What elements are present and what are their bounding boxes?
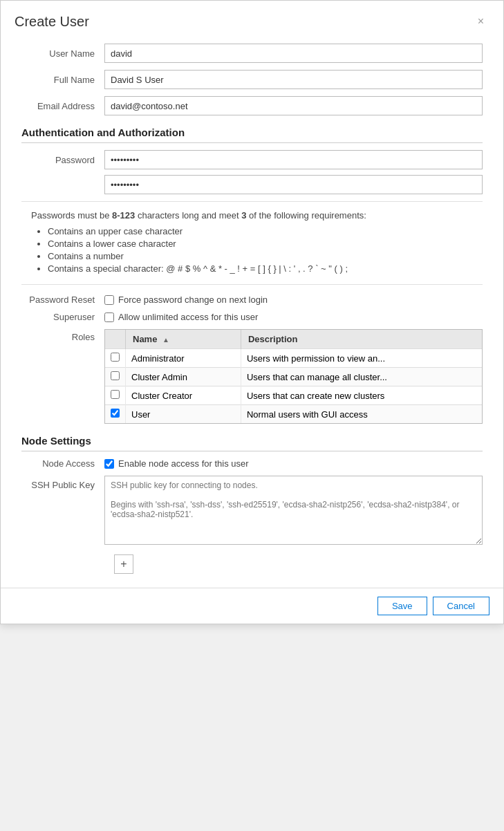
email-row: Email Address [21,96,483,115]
role-desc: Users that can create new clusters [241,386,482,405]
add-icon: + [120,558,127,570]
table-row: Cluster Creator Users that can create ne… [105,386,482,405]
role-checkbox-cell [105,386,126,405]
cancel-button[interactable]: Cancel [433,597,489,615]
role-checkbox-3[interactable] [111,409,120,418]
fullname-row: Full Name [21,70,483,89]
role-checkbox-1[interactable] [111,371,120,380]
req-item-special: Contains a special character: @ # $ % ^ … [48,263,473,274]
role-checkbox-cell [105,349,126,368]
sort-arrow-icon: ▲ [162,336,169,344]
password-reset-checkbox[interactable] [104,295,114,305]
password-row: Password [21,150,483,169]
ssh-key-label: SSH Public Key [21,476,104,490]
req-count: 3 [241,210,246,221]
req-length: 8-123 [112,210,135,221]
table-row: Administrator Users with permission to v… [105,349,482,368]
email-label: Email Address [21,101,104,111]
roles-tbody: Administrator Users with permission to v… [105,349,482,424]
dialog-body: User Name Full Name Email Address Authen… [1,37,503,588]
node-access-field: Enable node access for this user [104,458,249,469]
username-row: User Name [21,44,483,63]
requirements-text: Passwords must be 8-123 characters long … [31,210,473,221]
role-checkbox-cell [105,405,126,424]
email-input[interactable] [104,96,483,115]
password-reset-row: Password Reset Force password change on … [21,295,483,305]
node-access-row: Node Access Enable node access for this … [21,458,483,469]
close-button[interactable]: × [472,13,489,30]
password-input[interactable] [104,150,483,169]
password-reset-label: Password Reset [21,295,104,305]
role-name: Cluster Creator [126,386,241,405]
req-item-lowercase: Contains a lower case character [48,239,473,249]
dialog-title: Create User [15,14,89,30]
role-checkbox-0[interactable] [111,353,120,362]
role-name: Administrator [126,349,241,368]
role-desc: Users that can manage all cluster... [241,368,482,386]
auth-section-title: Authentication and Authorization [21,127,483,138]
username-input[interactable] [104,44,483,63]
save-button[interactable]: Save [377,597,427,615]
fullname-input[interactable] [104,70,483,89]
password-label: Password [21,155,104,165]
node-section-title: Node Settings [21,435,483,447]
dialog-header: Create User × [1,1,503,37]
password-reset-field: Force password change on next login [104,295,268,305]
roles-row: Roles Name ▲ Description [21,329,483,424]
role-desc: Users with permission to view an... [241,349,482,368]
table-row: Cluster Admin Users that can manage all … [105,368,482,386]
node-access-text: Enable node access for this user [118,458,249,469]
password-requirements: Passwords must be 8-123 characters long … [21,201,483,285]
superuser-field: Allow unlimited access for this user [104,312,258,322]
role-checkbox-cell [105,368,126,386]
ssh-key-input[interactable] [104,476,483,545]
superuser-row: Superuser Allow unlimited access for thi… [21,312,483,322]
roles-header-row: Name ▲ Description [105,330,482,349]
password-confirm-row [21,175,483,194]
role-name: User [126,405,241,424]
roles-col-name[interactable]: Name ▲ [126,330,241,349]
ssh-key-row: SSH Public Key [21,476,483,545]
requirements-list: Contains an upper case character Contain… [31,226,473,274]
superuser-label: Superuser [21,312,104,322]
node-access-label: Node Access [21,458,104,469]
role-checkbox-2[interactable] [111,390,120,399]
table-row: User Normal users with GUI access [105,405,482,424]
roles-table-wrap: Name ▲ Description Administrator [104,329,483,424]
roles-table: Name ▲ Description Administrator [105,330,482,423]
username-label: User Name [21,48,104,59]
node-settings-section: Node Settings Node Access Enable node ac… [21,435,483,574]
fullname-label: Full Name [21,75,104,85]
roles-col-checkbox [105,330,126,349]
req-item-uppercase: Contains an upper case character [48,226,473,236]
password-reset-text: Force password change on next login [118,295,268,305]
password-confirm-input[interactable] [104,175,483,194]
dialog-footer: Save Cancel [1,588,503,624]
superuser-checkbox[interactable] [104,312,114,322]
auth-section-header: Authentication and Authorization [21,127,483,143]
superuser-text: Allow unlimited access for this user [118,312,258,322]
role-name: Cluster Admin [126,368,241,386]
create-user-dialog: Create User × User Name Full Name Email … [0,0,504,624]
node-access-checkbox[interactable] [104,459,114,469]
roles-label: Roles [21,329,104,342]
role-desc: Normal users with GUI access [241,405,482,424]
add-button[interactable]: + [114,554,133,574]
node-section-header: Node Settings [21,435,483,451]
req-item-number: Contains a number [48,251,473,261]
roles-col-desc: Description [241,330,482,349]
